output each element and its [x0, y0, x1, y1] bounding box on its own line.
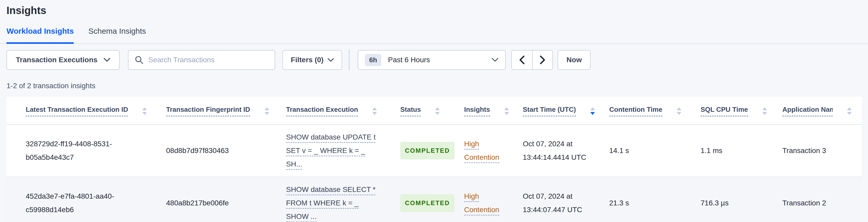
type-selector-dropdown[interactable]: Transaction Executions: [6, 50, 120, 70]
start-time-cell: Oct 07, 2024 at 13:44:14.4414 UTC: [523, 125, 609, 177]
tab-bar: Workload Insights Schema Insights: [0, 27, 868, 44]
column-header-contention-time[interactable]: Contention Time: [609, 97, 701, 125]
fingerprint-id-cell: 08d8b7d97f830463: [166, 125, 286, 177]
start-time-cell: Oct 07, 2024 at 13:44:07.447 UTC: [523, 177, 609, 222]
sort-icon[interactable]: [372, 107, 377, 115]
contention-time-cell: 21.3 s: [609, 177, 701, 222]
search-input[interactable]: [148, 56, 269, 64]
column-header-latest-transaction-execution-id[interactable]: Latest Transaction Execution ID: [6, 97, 166, 125]
now-button[interactable]: Now: [558, 50, 591, 70]
column-header-start-time[interactable]: Start Time (UTC): [523, 97, 609, 125]
application-name-cell: Transaction 3: [782, 125, 862, 177]
table-header-row: Latest Transaction Execution ID Transact…: [6, 97, 862, 125]
table-row: 328729d2-ff19-4408-8531-b05a5b4e43c7 08d…: [6, 125, 862, 177]
next-time-button[interactable]: [532, 51, 552, 69]
insight-link[interactable]: High Contention: [464, 192, 499, 214]
status-badge: COMPLETED: [400, 142, 455, 159]
transaction-execution-link[interactable]: SHOW database UPDATE t SET v = _ WHERE k…: [286, 133, 376, 168]
filters-label: Filters (0): [291, 56, 323, 64]
sort-icon[interactable]: [265, 107, 269, 115]
execution-id-cell: 452da3e7-e7fa-4801-aa40-c59988d14eb6: [6, 177, 166, 222]
execution-id-cell: 328729d2-ff19-4408-8531-b05a5b4e43c7: [6, 125, 166, 177]
table-row: 452da3e7-e7fa-4801-aa40-c59988d14eb6 480…: [6, 177, 862, 222]
contention-time-cell: 14.1 s: [609, 125, 701, 177]
sql-cpu-time-cell: 716.3 µs: [701, 177, 782, 222]
column-header-application-name[interactable]: Application Name: [782, 97, 862, 125]
filters-button[interactable]: Filters (0): [282, 50, 342, 70]
sql-cpu-time-cell: 1.1 ms: [701, 125, 782, 177]
prev-time-button[interactable]: [512, 51, 532, 69]
chevron-down-icon: [492, 58, 498, 62]
type-selector-label: Transaction Executions: [16, 56, 97, 64]
column-header-transaction-execution[interactable]: Transaction Execution: [286, 97, 400, 125]
status-badge: COMPLETED: [400, 194, 455, 212]
sort-icon[interactable]: [847, 107, 851, 115]
sort-icon-active-desc[interactable]: [590, 107, 595, 115]
results-count: 1-2 of 2 transaction insights: [6, 82, 868, 90]
sort-icon[interactable]: [435, 107, 440, 115]
tab-schema-insights[interactable]: Schema Insights: [88, 27, 146, 44]
insights-page: Insights Workload Insights Schema Insigh…: [0, 0, 868, 222]
column-header-transaction-fingerprint-id[interactable]: Transaction Fingerprint ID: [166, 97, 286, 125]
column-header-sql-cpu-time[interactable]: SQL CPU Time: [701, 97, 782, 125]
chevron-right-icon: [540, 56, 545, 64]
tab-workload-insights[interactable]: Workload Insights: [6, 27, 74, 44]
sort-icon[interactable]: [762, 107, 767, 115]
chevron-down-icon: [103, 58, 110, 62]
search-icon: [135, 56, 144, 64]
time-range-picker[interactable]: 6h Past 6 Hours: [358, 50, 506, 70]
time-step-button-group: [512, 50, 553, 70]
insight-link[interactable]: High Contention: [464, 140, 499, 161]
insights-table: Latest Transaction Execution ID Transact…: [6, 97, 862, 222]
chevron-left-icon: [519, 56, 525, 64]
search-box[interactable]: [128, 50, 275, 70]
application-name-cell: Transaction 2: [782, 177, 862, 222]
sort-icon[interactable]: [504, 107, 509, 115]
insights-table-card: Latest Transaction Execution ID Transact…: [6, 97, 862, 222]
toolbar-divider: [349, 50, 349, 70]
sort-icon[interactable]: [142, 107, 147, 115]
toolbar: Transaction Executions Filters (0) 6h Pa…: [6, 50, 862, 70]
column-header-insights[interactable]: Insights: [464, 97, 523, 125]
fingerprint-id-cell: 480a8b217be006fe: [166, 177, 286, 222]
transaction-execution-link[interactable]: SHOW database SELECT * FROM t WHERE k = …: [286, 185, 376, 220]
time-range-label: Past 6 Hours: [388, 56, 430, 64]
time-range-badge: 6h: [365, 54, 381, 66]
column-header-status[interactable]: Status: [400, 97, 464, 125]
sort-icon[interactable]: [677, 107, 681, 115]
page-title: Insights: [0, 0, 868, 17]
chevron-down-icon: [328, 58, 334, 62]
